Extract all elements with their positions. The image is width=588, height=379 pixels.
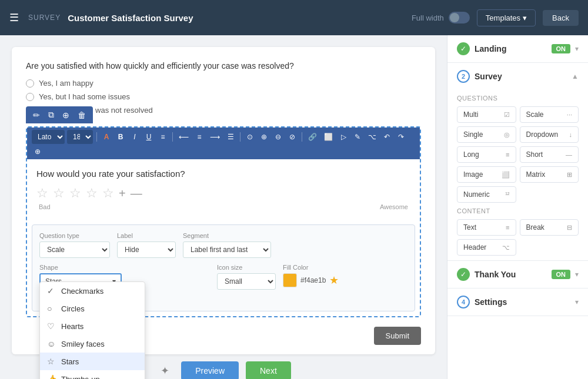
redo-button[interactable]: ↷ — [395, 132, 407, 142]
star-4[interactable]: ☆ — [86, 186, 98, 201]
next-button[interactable]: Next — [246, 361, 291, 379]
landing-title: Landing — [475, 44, 547, 53]
shape-option-smiley[interactable]: ☺ Smiley faces — [40, 335, 145, 353]
shape-label: Shape — [39, 264, 122, 271]
video-button[interactable]: ▷ — [338, 132, 349, 142]
header-button[interactable]: Header ⌥ — [457, 239, 516, 256]
back-button[interactable]: Back — [543, 10, 579, 26]
italic-button[interactable]: I — [129, 132, 141, 142]
remove-star-button[interactable]: — — [131, 187, 142, 200]
survey-title: Survey — [475, 72, 567, 81]
right-sidebar: ✓ Landing ON ▾ 2 Survey ▲ Questions Mult… — [447, 35, 588, 379]
left-panel: Are you satisfied with how quickly and e… — [0, 35, 447, 379]
landing-status-badge: ON — [552, 44, 571, 53]
circles-icon: ○ — [47, 304, 56, 313]
edit-copy-button[interactable]: ⧉ — [46, 109, 56, 121]
scale-button[interactable]: Scale ··· — [520, 106, 579, 123]
numbered-list-button[interactable]: ⊕ — [258, 132, 270, 142]
undo-button[interactable]: ↶ — [381, 132, 393, 142]
shape-option-checkmarks[interactable]: ✓ Checkmarks — [40, 282, 145, 300]
numeric-label: Numeric — [463, 190, 490, 199]
magic-wand-button[interactable]: ✦ — [156, 362, 174, 379]
break-button[interactable]: Break ⊟ — [520, 219, 579, 236]
code-button[interactable]: ⌥ — [366, 132, 379, 142]
short-button[interactable]: Short — — [520, 146, 579, 163]
long-label: Long — [463, 150, 479, 159]
numeric-icon: ¹² — [505, 191, 509, 198]
label-field: Label Hide — [117, 232, 176, 258]
icon-size-select[interactable]: Small — [217, 273, 276, 290]
bullet-list-button[interactable]: ⊙ — [244, 132, 256, 142]
landing-header[interactable]: ✓ Landing ON ▾ — [447, 35, 588, 62]
multi-button[interactable]: Multi ☑ — [457, 106, 516, 123]
break-label: Break — [526, 223, 544, 232]
matrix-icon: ⊞ — [567, 171, 572, 179]
font-size-select[interactable]: 18 — [67, 130, 93, 144]
align-left-button[interactable]: ⟵ — [176, 132, 191, 142]
label-select[interactable]: Hide — [117, 242, 176, 258]
thankyou-header[interactable]: ✓ Thank You ON ▾ — [447, 261, 588, 288]
shape-option-hearts[interactable]: ♡ Hearts — [40, 317, 145, 335]
chevron-down-icon: ▾ — [523, 14, 527, 22]
image-button[interactable]: ⬜ — [322, 132, 335, 142]
star-5[interactable]: ☆ — [102, 186, 114, 201]
question-type-select[interactable]: Scale — [39, 242, 110, 258]
short-label: Short — [526, 150, 543, 159]
icon-size-label: Icon size — [217, 264, 276, 271]
shape-option-stars[interactable]: ☆ Stars — [40, 353, 145, 370]
matrix-button[interactable]: Matrix ⊞ — [520, 166, 579, 183]
align-center-button[interactable]: ≡ — [193, 132, 205, 142]
font-family-select[interactable]: Lato — [32, 130, 65, 144]
shape-option-circles[interactable]: ○ Circles — [40, 300, 145, 317]
align-right-button[interactable]: ⟶ — [208, 132, 222, 142]
edit-delete-button[interactable]: 🗑 — [75, 109, 88, 121]
edit-pencil-button[interactable]: ✏ — [31, 109, 42, 121]
menu-icon[interactable]: ☰ — [9, 11, 19, 24]
star-2[interactable]: ☆ — [53, 186, 65, 201]
templates-button[interactable]: Templates ▾ — [477, 9, 536, 26]
long-button[interactable]: Long ≡ — [457, 146, 516, 163]
dropdown-button[interactable]: Dropdown ↓ — [520, 126, 579, 143]
segment-select[interactable]: Label first and last — [183, 242, 271, 258]
toolbar-divider — [96, 132, 97, 142]
color-hex-value: #f4ae1b — [300, 276, 326, 284]
star-1[interactable]: ☆ — [36, 186, 48, 201]
settings-panel: Question type Scale Label Hide — [32, 224, 415, 311]
edit-move-up-button[interactable]: ⊕ — [60, 109, 72, 121]
thankyou-status-badge: ON — [552, 270, 571, 279]
question-text: Are you satisfied with how quickly and e… — [26, 61, 421, 71]
add-star-button[interactable]: + — [119, 187, 126, 200]
survey-header[interactable]: 2 Survey ▲ — [447, 63, 588, 90]
more-button[interactable]: ⊕ — [32, 146, 44, 157]
indent-button[interactable]: ≡ — [157, 132, 169, 142]
shape-option-thumbsup[interactable]: 👍 Thumbs-up — [40, 370, 145, 379]
rating-awesome-label: Awesome — [380, 203, 408, 210]
single-button[interactable]: Single ◎ — [457, 126, 516, 143]
indent-right-button[interactable]: ⊘ — [286, 132, 298, 142]
rating-bad-label: Bad — [39, 203, 51, 210]
radio-option-1[interactable]: Yes, I am happy — [26, 79, 421, 88]
text-button[interactable]: Text ≡ — [457, 219, 516, 236]
multi-icon: ☑ — [504, 111, 510, 119]
settings-header[interactable]: 4 Settings ▾ — [447, 289, 588, 316]
link-button[interactable]: 🔗 — [306, 132, 319, 142]
radio-option-2[interactable]: Yes, but I had some issues — [26, 92, 421, 101]
fullwidth-toggle[interactable] — [449, 12, 470, 24]
bold-button[interactable]: B — [115, 132, 126, 142]
justify-button[interactable]: ☰ — [225, 132, 236, 142]
underline-button[interactable]: U — [143, 132, 155, 142]
preview-button[interactable]: Preview — [181, 361, 239, 379]
thankyou-check-icon: ✓ — [457, 268, 470, 281]
font-color-button[interactable]: A — [101, 132, 112, 142]
numeric-button[interactable]: Numeric ¹² — [457, 186, 516, 203]
image-button[interactable]: Image ⬜ — [457, 166, 516, 183]
star-3[interactable]: ☆ — [69, 186, 81, 201]
outdent-button[interactable]: ⊖ — [272, 132, 284, 142]
landing-chevron-icon: ▾ — [575, 45, 579, 53]
color-swatch[interactable] — [283, 273, 297, 287]
submit-button[interactable]: Submit — [374, 327, 421, 345]
special-char-button[interactable]: ✎ — [352, 132, 363, 142]
fill-color-label: Fill Color — [283, 264, 339, 271]
single-label: Single — [463, 130, 483, 139]
editing-block: ✏ ⧉ ⊕ 🗑 Lato 18 A B I — [26, 126, 421, 317]
